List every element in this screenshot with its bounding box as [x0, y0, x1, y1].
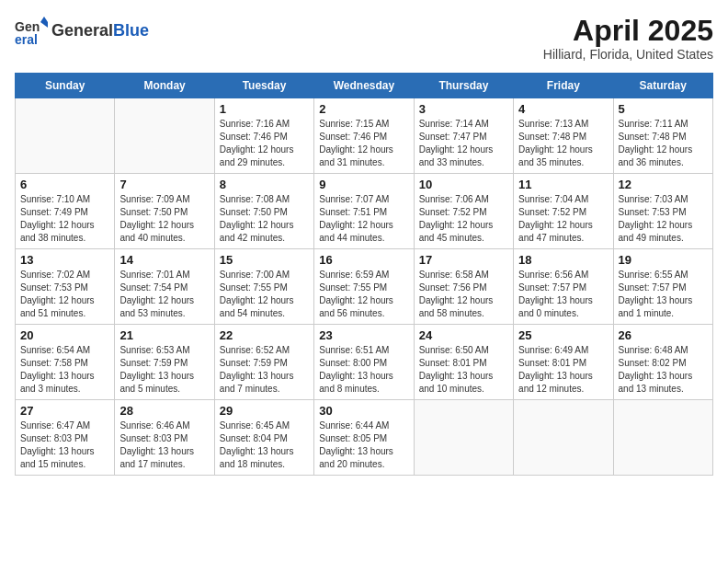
day-content: Sunrise: 7:14 AMSunset: 7:47 PMDaylight:… [419, 118, 508, 169]
day-content: Sunrise: 7:09 AMSunset: 7:50 PMDaylight:… [119, 193, 209, 245]
day-number: 11 [518, 178, 608, 191]
calendar-cell: 30Sunrise: 6:44 AMSunset: 8:05 PMDayligh… [314, 400, 414, 476]
day-header-sunday: Sunday [16, 74, 115, 98]
day-content: Sunrise: 7:06 AMSunset: 7:52 PMDaylight:… [419, 193, 508, 245]
day-content: Sunrise: 6:49 AMSunset: 8:01 PMDaylight:… [518, 344, 608, 396]
day-number: 7 [119, 178, 209, 191]
day-number: 4 [518, 102, 608, 116]
calendar-cell: 15Sunrise: 7:00 AMSunset: 7:55 PMDayligh… [214, 249, 313, 325]
day-header-thursday: Thursday [414, 74, 513, 98]
calendar-cell: 29Sunrise: 6:45 AMSunset: 8:04 PMDayligh… [214, 400, 313, 476]
day-content: Sunrise: 6:58 AMSunset: 7:56 PMDaylight:… [419, 269, 508, 320]
calendar-cell: 8Sunrise: 7:08 AMSunset: 7:50 PMDaylight… [214, 174, 313, 249]
calendar-cell: 24Sunrise: 6:50 AMSunset: 8:01 PMDayligh… [414, 325, 513, 400]
day-content: Sunrise: 6:55 AMSunset: 7:57 PMDaylight:… [619, 269, 708, 320]
calendar-cell: 1Sunrise: 7:16 AMSunset: 7:46 PMDaylight… [214, 98, 313, 174]
day-number: 3 [419, 102, 508, 116]
day-number: 21 [119, 328, 209, 342]
calendar-cell: 17Sunrise: 6:58 AMSunset: 7:56 PMDayligh… [414, 249, 513, 325]
day-content: Sunrise: 7:08 AMSunset: 7:50 PMDaylight:… [220, 193, 309, 245]
calendar-cell: 16Sunrise: 6:59 AMSunset: 7:55 PMDayligh… [314, 249, 414, 325]
day-number: 22 [220, 328, 309, 342]
day-number: 13 [20, 253, 109, 267]
calendar-cell: 10Sunrise: 7:06 AMSunset: 7:52 PMDayligh… [414, 174, 513, 249]
calendar-cell: 25Sunrise: 6:49 AMSunset: 8:01 PMDayligh… [514, 325, 613, 400]
day-content: Sunrise: 6:47 AMSunset: 8:03 PMDaylight:… [20, 419, 109, 471]
day-content: Sunrise: 6:56 AMSunset: 7:57 PMDaylight:… [518, 269, 608, 320]
calendar-cell: 23Sunrise: 6:51 AMSunset: 8:00 PMDayligh… [314, 325, 414, 400]
calendar-cell: 22Sunrise: 6:52 AMSunset: 7:59 PMDayligh… [214, 325, 313, 400]
day-number: 28 [119, 404, 209, 418]
day-content: Sunrise: 7:03 AMSunset: 7:53 PMDaylight:… [619, 193, 708, 245]
day-number: 25 [518, 328, 608, 342]
calendar-cell [514, 400, 613, 476]
calendar-cell: 21Sunrise: 6:53 AMSunset: 7:59 PMDayligh… [115, 325, 214, 400]
day-number: 6 [20, 178, 109, 191]
calendar-cell: 18Sunrise: 6:56 AMSunset: 7:57 PMDayligh… [514, 249, 613, 325]
day-content: Sunrise: 7:13 AMSunset: 7:48 PMDaylight:… [518, 118, 608, 169]
calendar-cell: 19Sunrise: 6:55 AMSunset: 7:57 PMDayligh… [613, 249, 712, 325]
day-number: 19 [619, 253, 708, 267]
calendar-cell: 7Sunrise: 7:09 AMSunset: 7:50 PMDaylight… [115, 174, 214, 249]
calendar-week-2: 6Sunrise: 7:10 AMSunset: 7:49 PMDaylight… [16, 174, 713, 249]
day-header-wednesday: Wednesday [314, 74, 414, 98]
calendar-week-1: 1Sunrise: 7:16 AMSunset: 7:46 PMDaylight… [16, 98, 713, 174]
calendar-cell: 11Sunrise: 7:04 AMSunset: 7:52 PMDayligh… [514, 174, 613, 249]
calendar-cell [414, 400, 513, 476]
day-content: Sunrise: 6:59 AMSunset: 7:55 PMDaylight:… [319, 269, 408, 320]
calendar-cell: 12Sunrise: 7:03 AMSunset: 7:53 PMDayligh… [613, 174, 712, 249]
day-content: Sunrise: 6:50 AMSunset: 8:01 PMDaylight:… [419, 344, 508, 396]
calendar-cell: 9Sunrise: 7:07 AMSunset: 7:51 PMDaylight… [314, 174, 414, 249]
calendar-week-4: 20Sunrise: 6:54 AMSunset: 7:58 PMDayligh… [16, 325, 713, 400]
day-content: Sunrise: 7:15 AMSunset: 7:46 PMDaylight:… [319, 118, 408, 169]
day-content: Sunrise: 7:10 AMSunset: 7:49 PMDaylight:… [20, 193, 109, 245]
day-content: Sunrise: 6:51 AMSunset: 8:00 PMDaylight:… [319, 344, 408, 396]
day-number: 29 [220, 404, 309, 418]
day-number: 15 [220, 253, 309, 267]
calendar-cell: 4Sunrise: 7:13 AMSunset: 7:48 PMDaylight… [514, 98, 613, 174]
day-number: 17 [419, 253, 508, 267]
location-text: Hilliard, Florida, United States [543, 47, 713, 62]
title-block: April 2025 Hilliard, Florida, United Sta… [543, 15, 713, 62]
calendar-cell: 2Sunrise: 7:15 AMSunset: 7:46 PMDaylight… [314, 98, 414, 174]
day-content: Sunrise: 6:52 AMSunset: 7:59 PMDaylight:… [220, 344, 309, 396]
day-content: Sunrise: 7:01 AMSunset: 7:54 PMDaylight:… [119, 269, 209, 320]
day-number: 5 [619, 102, 708, 116]
calendar-cell: 26Sunrise: 6:48 AMSunset: 8:02 PMDayligh… [613, 325, 712, 400]
logo-general-text: General [51, 21, 113, 40]
day-header-monday: Monday [115, 74, 214, 98]
logo: Gen eral GeneralBlue [15, 15, 149, 48]
calendar-cell: 6Sunrise: 7:10 AMSunset: 7:49 PMDaylight… [16, 174, 115, 249]
day-number: 14 [119, 253, 209, 267]
day-number: 27 [20, 404, 109, 418]
calendar-cell [115, 98, 214, 174]
day-number: 2 [319, 102, 408, 116]
day-number: 20 [20, 328, 109, 342]
calendar-cell: 27Sunrise: 6:47 AMSunset: 8:03 PMDayligh… [16, 400, 115, 476]
day-content: Sunrise: 6:45 AMSunset: 8:04 PMDaylight:… [220, 419, 309, 471]
day-number: 24 [419, 328, 508, 342]
day-number: 10 [419, 178, 508, 191]
day-number: 26 [619, 328, 708, 342]
day-number: 8 [220, 178, 309, 191]
month-title: April 2025 [543, 15, 713, 47]
day-content: Sunrise: 6:48 AMSunset: 8:02 PMDaylight:… [619, 344, 708, 396]
day-content: Sunrise: 7:11 AMSunset: 7:48 PMDaylight:… [619, 118, 708, 169]
day-content: Sunrise: 7:07 AMSunset: 7:51 PMDaylight:… [319, 193, 408, 245]
day-header-saturday: Saturday [613, 74, 712, 98]
day-content: Sunrise: 7:02 AMSunset: 7:53 PMDaylight:… [20, 269, 109, 320]
day-number: 9 [319, 178, 408, 191]
calendar-cell: 3Sunrise: 7:14 AMSunset: 7:47 PMDaylight… [414, 98, 513, 174]
day-content: Sunrise: 7:16 AMSunset: 7:46 PMDaylight:… [220, 118, 309, 169]
calendar-cell [16, 98, 115, 174]
svg-text:eral: eral [15, 32, 38, 47]
day-content: Sunrise: 6:54 AMSunset: 7:58 PMDaylight:… [20, 344, 109, 396]
svg-marker-2 [40, 17, 48, 22]
calendar-week-5: 27Sunrise: 6:47 AMSunset: 8:03 PMDayligh… [16, 400, 713, 476]
day-content: Sunrise: 6:46 AMSunset: 8:03 PMDaylight:… [119, 419, 209, 471]
logo-blue-text: Blue [113, 21, 149, 40]
day-number: 1 [220, 102, 309, 116]
day-number: 23 [319, 328, 408, 342]
page-header: Gen eral GeneralBlue April 2025 Hilliard… [15, 15, 713, 62]
calendar-cell: 13Sunrise: 7:02 AMSunset: 7:53 PMDayligh… [16, 249, 115, 325]
